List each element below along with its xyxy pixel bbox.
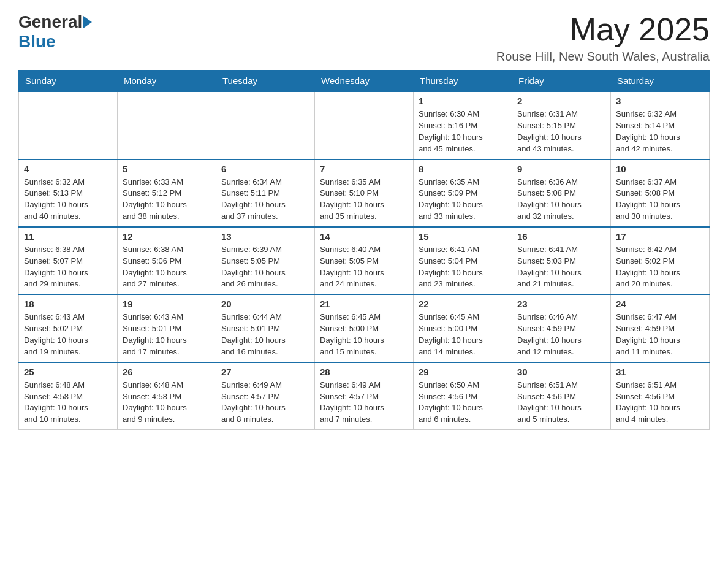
day-info: Sunrise: 6:45 AMSunset: 5:00 PMDaylight:… [320,312,408,358]
calendar-cell: 31Sunrise: 6:51 AMSunset: 4:56 PMDayligh… [611,362,710,430]
day-info: Sunrise: 6:32 AMSunset: 5:14 PMDaylight:… [616,109,704,155]
calendar-week-row: 11Sunrise: 6:38 AMSunset: 5:07 PMDayligh… [19,227,710,294]
day-number: 13 [221,231,309,242]
calendar-week-row: 4Sunrise: 6:32 AMSunset: 5:13 PMDaylight… [19,159,710,227]
day-number: 8 [419,164,507,174]
day-info: Sunrise: 6:45 AMSunset: 5:00 PMDaylight:… [419,312,507,358]
calendar-cell: 20Sunrise: 6:44 AMSunset: 5:01 PMDayligh… [216,294,315,362]
calendar-week-row: 18Sunrise: 6:43 AMSunset: 5:02 PMDayligh… [19,294,710,362]
calendar-cell [118,91,216,159]
day-of-week-header: Thursday [414,71,512,92]
day-info: Sunrise: 6:49 AMSunset: 4:57 PMDaylight:… [221,380,309,426]
day-number: 30 [517,367,605,377]
day-of-week-header: Saturday [611,71,710,92]
calendar-cell: 19Sunrise: 6:43 AMSunset: 5:01 PMDayligh… [118,294,216,362]
location-title: Rouse Hill, New South Wales, Australia [496,50,710,64]
day-number: 26 [123,367,211,377]
day-number: 29 [419,367,507,377]
calendar-cell: 25Sunrise: 6:48 AMSunset: 4:58 PMDayligh… [19,362,118,430]
day-info: Sunrise: 6:37 AMSunset: 5:08 PMDaylight:… [616,177,704,223]
day-number: 25 [24,367,112,377]
day-of-week-header: Monday [118,71,216,92]
day-info: Sunrise: 6:42 AMSunset: 5:02 PMDaylight:… [616,244,704,290]
day-info: Sunrise: 6:40 AMSunset: 5:05 PMDaylight:… [320,244,408,290]
calendar-cell: 21Sunrise: 6:45 AMSunset: 5:00 PMDayligh… [315,294,414,362]
calendar-cell: 10Sunrise: 6:37 AMSunset: 5:08 PMDayligh… [611,159,710,227]
day-info: Sunrise: 6:35 AMSunset: 5:10 PMDaylight:… [320,177,408,223]
calendar-cell: 12Sunrise: 6:38 AMSunset: 5:06 PMDayligh… [118,227,216,294]
day-number: 14 [320,231,408,242]
calendar-cell: 6Sunrise: 6:34 AMSunset: 5:11 PMDaylight… [216,159,315,227]
logo-arrow-icon [83,16,92,28]
calendar-cell: 8Sunrise: 6:35 AMSunset: 5:09 PMDaylight… [414,159,512,227]
page-header: General Blue May 2025 Rouse Hill, New So… [18,12,710,64]
day-info: Sunrise: 6:48 AMSunset: 4:58 PMDaylight:… [24,380,112,426]
day-number: 27 [221,367,309,377]
calendar-table: SundayMondayTuesdayWednesdayThursdayFrid… [18,70,710,430]
day-info: Sunrise: 6:50 AMSunset: 4:56 PMDaylight:… [419,380,507,426]
day-info: Sunrise: 6:30 AMSunset: 5:16 PMDaylight:… [419,109,507,155]
day-number: 2 [517,96,605,106]
calendar-cell: 15Sunrise: 6:41 AMSunset: 5:04 PMDayligh… [414,227,512,294]
logo-blue-text: Blue [18,32,56,51]
day-number: 24 [616,299,704,309]
day-number: 20 [221,299,309,309]
day-number: 23 [517,299,605,309]
day-number: 16 [517,231,605,242]
day-info: Sunrise: 6:34 AMSunset: 5:11 PMDaylight:… [221,177,309,223]
day-number: 12 [123,231,211,242]
day-info: Sunrise: 6:32 AMSunset: 5:13 PMDaylight:… [24,177,112,223]
day-number: 1 [419,96,507,106]
calendar-week-row: 1Sunrise: 6:30 AMSunset: 5:16 PMDaylight… [19,91,710,159]
calendar-cell: 7Sunrise: 6:35 AMSunset: 5:10 PMDaylight… [315,159,414,227]
calendar-cell: 28Sunrise: 6:49 AMSunset: 4:57 PMDayligh… [315,362,414,430]
day-of-week-header: Wednesday [315,71,414,92]
day-number: 5 [123,164,211,174]
day-number: 18 [24,299,112,309]
day-number: 3 [616,96,704,106]
calendar-cell: 13Sunrise: 6:39 AMSunset: 5:05 PMDayligh… [216,227,315,294]
day-info: Sunrise: 6:48 AMSunset: 4:58 PMDaylight:… [123,380,211,426]
day-info: Sunrise: 6:39 AMSunset: 5:05 PMDaylight:… [221,244,309,290]
day-number: 15 [419,231,507,242]
calendar-cell: 18Sunrise: 6:43 AMSunset: 5:02 PMDayligh… [19,294,118,362]
day-of-week-header: Tuesday [216,71,315,92]
calendar-cell: 30Sunrise: 6:51 AMSunset: 4:56 PMDayligh… [512,362,611,430]
day-number: 19 [123,299,211,309]
calendar-cell [216,91,315,159]
calendar-header-row: SundayMondayTuesdayWednesdayThursdayFrid… [19,71,710,92]
calendar-cell: 17Sunrise: 6:42 AMSunset: 5:02 PMDayligh… [611,227,710,294]
calendar-cell: 11Sunrise: 6:38 AMSunset: 5:07 PMDayligh… [19,227,118,294]
day-number: 17 [616,231,704,242]
calendar-cell: 2Sunrise: 6:31 AMSunset: 5:15 PMDaylight… [512,91,611,159]
day-info: Sunrise: 6:35 AMSunset: 5:09 PMDaylight:… [419,177,507,223]
day-info: Sunrise: 6:41 AMSunset: 5:04 PMDaylight:… [419,244,507,290]
day-number: 9 [517,164,605,174]
day-info: Sunrise: 6:38 AMSunset: 5:07 PMDaylight:… [24,244,112,290]
calendar-cell: 23Sunrise: 6:46 AMSunset: 4:59 PMDayligh… [512,294,611,362]
day-of-week-header: Friday [512,71,611,92]
day-number: 11 [24,231,112,242]
day-info: Sunrise: 6:49 AMSunset: 4:57 PMDaylight:… [320,380,408,426]
calendar-cell [19,91,118,159]
calendar-cell: 29Sunrise: 6:50 AMSunset: 4:56 PMDayligh… [414,362,512,430]
calendar-cell: 14Sunrise: 6:40 AMSunset: 5:05 PMDayligh… [315,227,414,294]
calendar-cell: 9Sunrise: 6:36 AMSunset: 5:08 PMDaylight… [512,159,611,227]
day-info: Sunrise: 6:33 AMSunset: 5:12 PMDaylight:… [123,177,211,223]
calendar-cell: 5Sunrise: 6:33 AMSunset: 5:12 PMDaylight… [118,159,216,227]
day-info: Sunrise: 6:51 AMSunset: 4:56 PMDaylight:… [517,380,605,426]
day-number: 4 [24,164,112,174]
day-info: Sunrise: 6:44 AMSunset: 5:01 PMDaylight:… [221,312,309,358]
calendar-cell: 24Sunrise: 6:47 AMSunset: 4:59 PMDayligh… [611,294,710,362]
day-number: 28 [320,367,408,377]
month-title: May 2025 [496,12,710,47]
calendar-cell: 3Sunrise: 6:32 AMSunset: 5:14 PMDaylight… [611,91,710,159]
day-info: Sunrise: 6:51 AMSunset: 4:56 PMDaylight:… [616,380,704,426]
day-info: Sunrise: 6:38 AMSunset: 5:06 PMDaylight:… [123,244,211,290]
day-info: Sunrise: 6:41 AMSunset: 5:03 PMDaylight:… [517,244,605,290]
day-number: 6 [221,164,309,174]
day-number: 7 [320,164,408,174]
day-number: 31 [616,367,704,377]
day-info: Sunrise: 6:46 AMSunset: 4:59 PMDaylight:… [517,312,605,358]
day-number: 10 [616,164,704,174]
